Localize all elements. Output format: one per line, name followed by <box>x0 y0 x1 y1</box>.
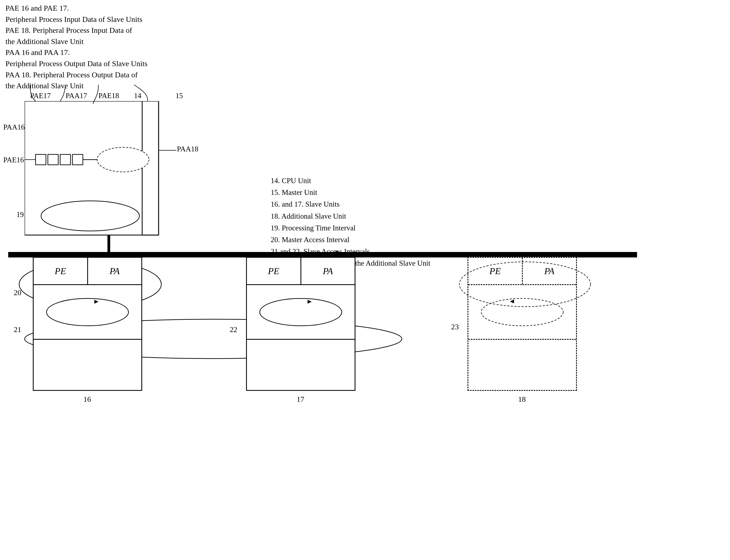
label-unit-16: 16 <box>83 395 91 404</box>
text-line5: PAA 16 and PAA 17. <box>5 47 147 58</box>
oval-23-svg <box>454 257 596 312</box>
curves-svg <box>22 79 175 112</box>
svg-point-9 <box>41 201 139 231</box>
slave16-top: PE PA <box>34 258 141 285</box>
svg-rect-4 <box>60 154 71 165</box>
label-paa18: PAA18 <box>177 145 198 153</box>
label-21: 21 <box>14 325 21 334</box>
label-pae16: PAE16 <box>3 156 24 164</box>
svg-rect-2 <box>36 154 46 165</box>
slave16-pe: PE <box>34 258 88 284</box>
bus-line <box>8 252 637 257</box>
slave17-bottom <box>247 339 354 390</box>
slave16-bottom <box>34 339 141 390</box>
label-22: 22 <box>230 325 237 334</box>
svg-point-16 <box>46 298 128 326</box>
text-line1: PAE 16 and PAE 17. <box>5 3 147 14</box>
text-line6: Peripheral Process Output Data of Slave … <box>5 58 147 69</box>
label-23: 23 <box>451 322 459 331</box>
slave17-oval-svg <box>257 296 344 329</box>
svg-rect-1 <box>142 101 159 235</box>
slave16-oval-svg <box>44 296 131 329</box>
label-19: 19 <box>16 210 24 219</box>
master-unit-container: PAE17 PAA17 PAE18 14 15 PAA16 PAE16 19 P… <box>25 101 175 235</box>
svg-point-18 <box>260 298 342 326</box>
svg-point-22 <box>459 262 591 307</box>
legend-item-15: 15. Master Unit <box>271 187 430 198</box>
top-text-block: PAE 16 and PAE 17. Peripheral Process In… <box>5 3 147 92</box>
legend-item-16: 16. and 17. Slave Units <box>271 198 430 210</box>
slave16-pa: PA <box>88 258 142 284</box>
master-unit-svg <box>25 101 178 238</box>
label-unit-17: 17 <box>297 395 304 404</box>
legend-item-19: 19. Processing Time Interval <box>271 222 430 234</box>
svg-rect-5 <box>72 154 83 165</box>
text-line4: the Additional Slave Unit <box>5 36 147 47</box>
slave-unit-16: PE PA <box>33 257 142 391</box>
text-line2: Peripheral Process Input Data of Slave U… <box>5 14 147 25</box>
text-line3: PAE 18. Peripheral Process Input Data of <box>5 25 147 36</box>
vert-master-to-bus <box>107 235 110 253</box>
slave18-bottom <box>468 339 576 390</box>
diagram: 14. CPU Unit 15. Master Unit 16. and 17.… <box>8 85 719 549</box>
label-20: 20 <box>14 288 21 297</box>
svg-rect-3 <box>48 154 58 165</box>
slave17-pe: PE <box>247 258 301 284</box>
svg-point-8 <box>97 147 149 172</box>
slave17-top: PE PA <box>247 258 354 285</box>
slave-unit-17: PE PA <box>246 257 355 391</box>
svg-marker-17 <box>94 300 98 304</box>
label-unit-18: 18 <box>518 395 526 404</box>
text-line7: PAA 18. Peripheral Process Output Data o… <box>5 69 147 81</box>
svg-marker-19 <box>307 300 312 304</box>
slave17-middle <box>247 285 354 340</box>
slave17-pa: PA <box>301 258 355 284</box>
slave16-middle <box>34 285 141 340</box>
legend-item-18: 18. Additional Slave Unit <box>271 210 430 222</box>
legend-item-20: 20. Master Access Interval <box>271 234 430 246</box>
legend-item-14: 14. CPU Unit <box>271 175 430 187</box>
label-15: 15 <box>175 92 183 100</box>
label-paa16: PAA16 <box>3 123 25 131</box>
